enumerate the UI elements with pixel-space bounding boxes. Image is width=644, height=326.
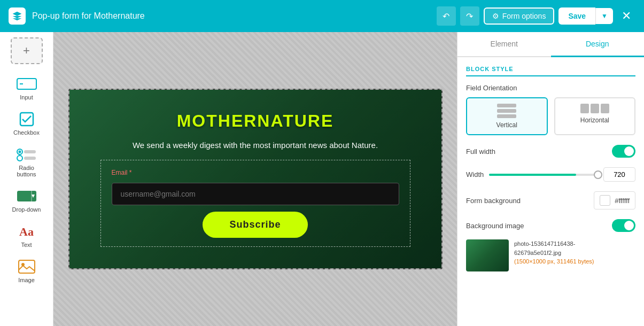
save-button[interactable]: Save [558,7,595,25]
redo-button[interactable]: ↷ [460,6,479,26]
full-width-label: Full width [466,148,495,156]
radio-buttons-icon [16,146,37,162]
header: Pop-up form for Mothernature ↶ ↷ ⚙ Form … [0,0,644,32]
sidebar-item-dropdown[interactable]: Drop-down [5,184,48,217]
panel-content: BLOCK STYLE Field Orientation Vertical H… [457,57,644,280]
width-slider-track[interactable] [489,174,598,176]
section-title: BLOCK STYLE [466,66,635,76]
bg-filename: photo-1536147116438-62679a5e01f2.jpg [514,239,600,257]
input-icon [16,76,37,92]
background-image-row: Background image [466,219,635,232]
panel-tabs: Element Design [457,32,644,57]
color-swatch [600,195,610,206]
svg-point-6 [17,156,22,161]
save-btn-group: Save ▼ [558,7,613,25]
subscribe-button[interactable]: Subscribe [203,212,307,238]
sidebar-item-radio-buttons[interactable]: Radio buttons [5,142,48,182]
width-slider-thumb[interactable] [594,170,602,179]
canvas-area: MOTHERNATURE We send a weekly digest wit… [53,32,457,326]
bg-dimensions: (1500×1000 px, 311461 bytes) [514,257,600,266]
right-panel: Element Design BLOCK STYLE Field Orienta… [457,32,644,326]
background-image-label: Background image [466,222,524,230]
undo-button[interactable]: ↶ [437,6,456,26]
width-input[interactable] [603,167,635,182]
tab-element[interactable]: Element [457,32,551,57]
form-background-color-picker[interactable]: #ffffff [594,191,635,209]
sidebar-item-image-label: Image [18,277,35,283]
bg-thumbnail[interactable] [466,239,509,271]
svg-rect-5 [24,150,36,153]
sidebar-item-image[interactable]: Image [5,254,48,288]
header-title: Pop-up form for Mothernature [32,11,430,21]
text-icon: Aa [16,223,37,239]
sidebar-item-text-label: Text [21,242,32,248]
dropdown-icon [16,188,37,204]
orientation-horizontal[interactable]: Horizontal [554,97,636,135]
width-row: Width [466,167,635,182]
form-background-row: Form background #ffffff [466,191,635,209]
orientation-vertical[interactable]: Vertical [466,97,548,135]
vertical-icon [497,104,516,118]
form-background: MOTHERNATURE We send a weekly digest wit… [69,90,441,269]
field-orientation-label: Field Orientation [466,84,635,92]
full-width-row: Full width [466,145,635,158]
sidebar-item-radio-label: Radio buttons [11,165,43,177]
sidebar: + Input Checkbox [0,32,53,326]
sidebar-item-input-label: Input [20,94,33,100]
sidebar-item-input[interactable]: Input [5,72,48,105]
form-title: MOTHERNATURE [177,111,334,131]
app-logo [9,7,26,25]
svg-rect-2 [20,113,33,126]
sidebar-item-dropdown-label: Drop-down [12,206,41,213]
close-button[interactable]: ✕ [617,7,635,25]
width-label: Width [466,170,484,178]
add-element-button[interactable]: + [11,37,43,64]
gear-icon: ⚙ [492,12,499,20]
form-options-button[interactable]: ⚙ Form options [484,7,555,25]
save-dropdown-button[interactable]: ▼ [595,8,613,24]
width-slider-fill [489,174,576,176]
orientation-group: Vertical Horizontal [466,97,635,135]
svg-point-4 [18,151,21,153]
form-background-label: Form background [466,197,521,205]
form-subtitle: We send a weekly digest with the most im… [133,139,378,152]
full-width-toggle[interactable] [612,145,635,158]
image-icon [16,259,37,275]
header-actions: ↶ ↷ ⚙ Form options Save ▼ ✕ [437,6,635,26]
sidebar-item-text[interactable]: Aa Text [5,219,48,252]
main-layout: + Input Checkbox [0,32,644,326]
svg-rect-12 [19,260,35,273]
checkbox-icon [16,111,37,127]
background-image-toggle[interactable] [612,219,635,232]
sidebar-item-checkbox[interactable]: Checkbox [5,107,48,140]
horizontal-icon [580,104,609,113]
email-input[interactable] [112,183,399,205]
svg-rect-7 [24,157,36,160]
email-label: Email * [112,169,132,176]
form-card[interactable]: MOTHERNATURE We send a weekly digest wit… [68,89,443,270]
tab-design[interactable]: Design [551,32,645,57]
form-inner: Email * Subscribe [100,160,410,247]
bg-info: photo-1536147116438-62679a5e01f2.jpg (15… [514,239,600,266]
sidebar-item-checkbox-label: Checkbox [13,129,40,136]
bg-image-preview: photo-1536147116438-62679a5e01f2.jpg (15… [466,239,635,271]
svg-text:Aa: Aa [19,225,34,238]
